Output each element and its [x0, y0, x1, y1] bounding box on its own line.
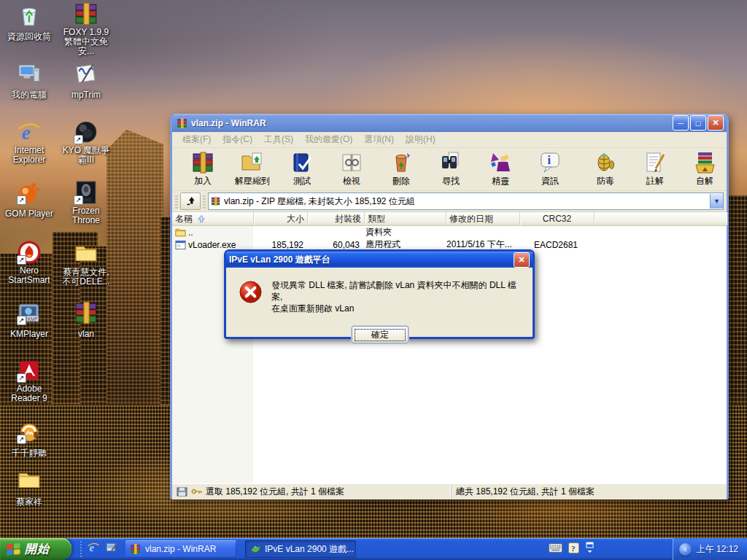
- ok-button[interactable]: 確定: [352, 326, 409, 343]
- start-button-label: 開始: [25, 542, 50, 557]
- view-file-icon: [340, 151, 363, 174]
- internet-explorer-icon[interactable]: e: [87, 541, 100, 557]
- toolbar-comment-button[interactable]: 註解: [630, 148, 680, 190]
- key-icon: [191, 487, 202, 497]
- extract-to-icon: [241, 151, 264, 174]
- system-tray: ? ‹ 上午 12:12: [549, 538, 747, 560]
- error-icon: [239, 281, 262, 303]
- svg-text:i: i: [548, 154, 551, 166]
- toolbar-wizard-button[interactable]: 精靈: [476, 148, 525, 190]
- maximize-button[interactable]: □: [690, 115, 706, 131]
- adobe-reader-icon: [17, 358, 42, 383]
- winrar-toolbar: 加入 解壓縮到 測試 檢視 刪除 尋找: [172, 148, 727, 191]
- toolbar-find-button[interactable]: 尋找: [426, 148, 476, 190]
- gom-player-icon: [17, 180, 42, 205]
- desktop-icon-label: KYO 魔獸爭霸III: [58, 146, 114, 165]
- desktop-icon-label: 我的電腦: [12, 90, 47, 100]
- building-tower: [107, 130, 163, 421]
- desktop-icon-tsai-folder[interactable]: 蔡家祥: [1, 468, 57, 508]
- up-directory-button[interactable]: [180, 192, 201, 210]
- desktop-icon-recycle-bin[interactable]: 資源回收筒: [1, 3, 57, 42]
- desktop-icon-my-computer[interactable]: 我的電腦: [1, 61, 57, 101]
- windows-logo-icon: [6, 542, 21, 556]
- column-header-packed[interactable]: 封裝後: [308, 212, 365, 225]
- file-row-parent[interactable]: .. 資料夾: [172, 226, 727, 238]
- minimize-button[interactable]: ─: [673, 115, 689, 131]
- desktop-icon-vlan[interactable]: vlan: [58, 300, 114, 340]
- menu-help[interactable]: 說明(H): [400, 132, 441, 147]
- svg-text:?: ?: [571, 543, 576, 552]
- taskbar-item-vlan-dialog[interactable]: IPvE vLan 2900 遊戲...: [245, 540, 356, 558]
- delete-icon: [390, 151, 413, 174]
- toolbar-extract-button[interactable]: 解壓縮到: [228, 148, 277, 190]
- dialog-body: 發現異常 DLL 檔案, 請嘗試刪除 vLan 資料夾中不相關的 DLL 檔案,…: [226, 268, 533, 335]
- address-grip: [203, 194, 206, 209]
- recycle-bin-icon: [17, 3, 42, 28]
- winrar-menubar: 檔案(F) 指令(C) 工具(S) 我的最愛(O) 選項(N) 說明(H): [172, 132, 727, 148]
- column-header-size[interactable]: 大小: [254, 212, 308, 225]
- desktop-icon-frozen-throne[interactable]: Frozen Throne: [58, 180, 114, 226]
- archive-path-combobox[interactable]: vlan.zip - ZIP 壓縮檔, 未封裝大小 185,192 位元組 ▼: [208, 192, 724, 210]
- menu-file[interactable]: 檔案(F): [177, 132, 217, 147]
- quick-launch-grip: [80, 541, 82, 557]
- desktop-icon-label: 資源回收筒: [7, 32, 51, 42]
- foxy-archive-icon: [74, 1, 98, 26]
- shortcut-arrow-icon: [17, 435, 26, 444]
- keyboard-icon[interactable]: [549, 542, 562, 556]
- archive-path-text: vlan.zip - ZIP 壓縮檔, 未封裝大小 185,192 位元組: [224, 195, 707, 208]
- desktop-icon-nero[interactable]: Nero StartSmart: [1, 240, 57, 286]
- vlan-platform-icon: [249, 543, 261, 555]
- toolbar-sfx-button[interactable]: 自解: [680, 148, 729, 190]
- winrar-archive-icon: [177, 117, 188, 129]
- svg-text:KMP: KMP: [28, 316, 38, 322]
- dialog-message-line2: 在桌面重新開啟 vLan: [271, 303, 527, 314]
- folder-icon: [17, 468, 42, 493]
- desktop-icon-adobe-reader[interactable]: Adobe Reader 9: [1, 358, 57, 404]
- hide-icons-chevron[interactable]: ‹: [679, 543, 692, 556]
- menu-options[interactable]: 選項(N): [358, 132, 400, 147]
- column-header-crc32[interactable]: CRC32: [520, 212, 595, 225]
- dialog-title: IPvE vLan 2900 遊戲平台: [229, 254, 512, 266]
- column-header-modified[interactable]: 修改的日期: [446, 212, 520, 225]
- taskbar-item-winrar[interactable]: vlan.zip - WinRAR: [125, 540, 236, 558]
- dialog-message: 發現異常 DLL 檔案, 請嘗試刪除 vLan 資料夾中不相關的 DLL 檔案,…: [271, 279, 527, 314]
- dialog-titlebar[interactable]: IPvE vLan 2900 遊戲平台 ✕: [226, 252, 533, 268]
- disk-icon: [177, 487, 187, 497]
- desktop-icon-tsai-documents[interactable]: 蔡青慧文件, 不可DELE...: [58, 241, 114, 287]
- toolbar-info-button[interactable]: i 資訊: [525, 148, 575, 190]
- ok-button-label: 確定: [355, 329, 406, 341]
- desktop-icon-internet-explorer[interactable]: e Internet Explorer: [1, 120, 57, 166]
- toolbar-virus-scan-button[interactable]: 防毒: [581, 148, 630, 190]
- virus-scan-icon: [594, 151, 617, 174]
- winrar-titlebar[interactable]: vlan.zip - WinRAR ─ □ ✕: [172, 114, 727, 132]
- column-header-type[interactable]: 類型: [365, 212, 446, 225]
- toolbar-add-button[interactable]: 加入: [178, 148, 228, 190]
- kmplayer-icon: KMP: [17, 300, 42, 325]
- ime-help-icon[interactable]: ?: [568, 542, 579, 556]
- expand-window-icon[interactable]: [585, 542, 595, 556]
- close-button[interactable]: ✕: [708, 115, 724, 131]
- desktop-icon-mptrim[interactable]: mpTrim: [58, 61, 114, 101]
- taskbar: 開始 e vlan.zip - WinRAR IPvE vLan 2900 遊戲…: [0, 538, 747, 560]
- desktop-icon-kyo[interactable]: KYO 魔獸爭霸III: [58, 120, 114, 166]
- menu-tools[interactable]: 工具(S): [258, 132, 299, 147]
- winrar-address-row: vlan.zip - ZIP 壓縮檔, 未封裝大小 185,192 位元組 ▼: [172, 191, 727, 212]
- desktop-icon-foxy[interactable]: FOXY 1.9.9 繁體中文免安...: [58, 1, 114, 57]
- column-header-name[interactable]: 名稱: [172, 212, 254, 225]
- application-icon: [175, 240, 186, 250]
- add-archive-icon: [191, 151, 214, 174]
- desktop-icon-ttplayer[interactable]: 千千靜聽: [1, 419, 57, 459]
- folder-icon: [74, 241, 98, 266]
- dialog-close-button[interactable]: ✕: [514, 252, 530, 268]
- toolbar-delete-button[interactable]: 刪除: [376, 148, 426, 190]
- menu-commands[interactable]: 指令(C): [217, 132, 258, 147]
- desktop-icon-kmplayer[interactable]: KMP KMPlayer: [1, 300, 57, 340]
- toolbar-view-button[interactable]: 檢視: [327, 148, 376, 190]
- menu-favorites[interactable]: 我的最愛(O): [299, 132, 358, 147]
- desktop-icon-label: GOM Player: [5, 209, 53, 219]
- show-desktop-icon[interactable]: [105, 541, 118, 557]
- combobox-dropdown-button[interactable]: ▼: [710, 194, 723, 209]
- start-button[interactable]: 開始: [0, 538, 71, 560]
- toolbar-test-button[interactable]: 測試: [277, 148, 327, 190]
- desktop-icon-gom-player[interactable]: GOM Player: [1, 180, 57, 219]
